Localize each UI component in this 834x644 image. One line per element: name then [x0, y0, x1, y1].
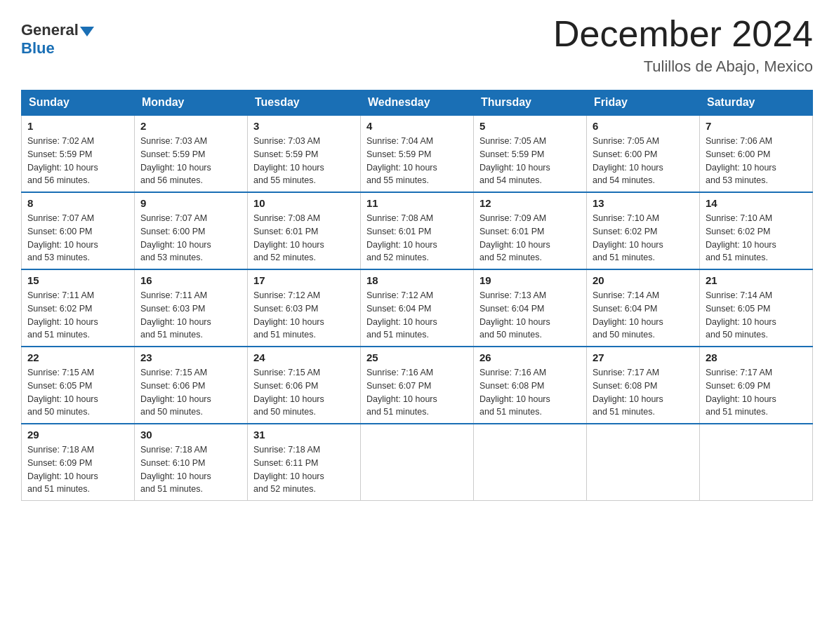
day-number: 1 [27, 120, 128, 132]
day-info: Sunrise: 7:10 AMSunset: 6:02 PMDaylight:… [593, 212, 694, 264]
day-number: 18 [366, 274, 468, 286]
calendar-cell: 19 Sunrise: 7:13 AMSunset: 6:04 PMDaylig… [474, 269, 587, 347]
month-title: December 2024 [553, 14, 813, 54]
day-info: Sunrise: 7:13 AMSunset: 6:04 PMDaylight:… [479, 289, 581, 342]
calendar-cell [587, 424, 700, 501]
day-number: 4 [366, 120, 468, 132]
day-info: Sunrise: 7:16 AMSunset: 6:08 PMDaylight:… [479, 366, 581, 419]
day-info: Sunrise: 7:03 AMSunset: 5:59 PMDaylight:… [253, 135, 355, 187]
day-number: 12 [479, 197, 581, 209]
day-info: Sunrise: 7:10 AMSunset: 6:02 PMDaylight:… [706, 212, 807, 264]
week-row-2: 8 Sunrise: 7:07 AMSunset: 6:00 PMDayligh… [22, 192, 813, 269]
title-block: December 2024 Tulillos de Abajo, Mexico [553, 14, 813, 76]
day-info: Sunrise: 7:12 AMSunset: 6:04 PMDaylight:… [366, 289, 468, 342]
day-number: 31 [253, 429, 355, 441]
calendar-cell: 16 Sunrise: 7:11 AMSunset: 6:03 PMDaylig… [135, 269, 248, 347]
day-info: Sunrise: 7:05 AMSunset: 6:00 PMDaylight:… [593, 135, 694, 187]
week-row-4: 22 Sunrise: 7:15 AMSunset: 6:05 PMDaylig… [22, 347, 813, 424]
header-tuesday: Tuesday [248, 90, 361, 116]
calendar-cell [361, 424, 474, 501]
day-number: 11 [366, 197, 468, 209]
day-number: 26 [479, 351, 581, 363]
calendar-cell: 30 Sunrise: 7:18 AMSunset: 6:10 PMDaylig… [135, 424, 248, 501]
day-number: 2 [140, 120, 241, 132]
page-header: General Blue December 2024 Tulillos de A… [21, 14, 813, 76]
week-row-5: 29 Sunrise: 7:18 AMSunset: 6:09 PMDaylig… [22, 424, 813, 501]
calendar-cell: 22 Sunrise: 7:15 AMSunset: 6:05 PMDaylig… [22, 347, 135, 424]
calendar-cell [474, 424, 587, 501]
day-info: Sunrise: 7:17 AMSunset: 6:08 PMDaylight:… [593, 366, 694, 419]
calendar-cell: 24 Sunrise: 7:15 AMSunset: 6:06 PMDaylig… [248, 347, 361, 424]
calendar-cell: 12 Sunrise: 7:09 AMSunset: 6:01 PMDaylig… [474, 192, 587, 269]
calendar-cell: 14 Sunrise: 7:10 AMSunset: 6:02 PMDaylig… [700, 192, 813, 269]
calendar-cell: 3 Sunrise: 7:03 AMSunset: 5:59 PMDayligh… [248, 115, 361, 192]
day-number: 9 [140, 197, 241, 209]
day-number: 5 [479, 120, 581, 132]
calendar-cell: 27 Sunrise: 7:17 AMSunset: 6:08 PMDaylig… [587, 347, 700, 424]
logo-arrow-icon [80, 27, 94, 36]
day-number: 10 [253, 197, 355, 209]
day-number: 21 [706, 274, 807, 286]
day-info: Sunrise: 7:12 AMSunset: 6:03 PMDaylight:… [253, 289, 355, 342]
header-saturday: Saturday [700, 90, 813, 116]
calendar-cell: 2 Sunrise: 7:03 AMSunset: 5:59 PMDayligh… [135, 115, 248, 192]
calendar-cell: 18 Sunrise: 7:12 AMSunset: 6:04 PMDaylig… [361, 269, 474, 347]
day-number: 16 [140, 274, 241, 286]
day-number: 7 [706, 120, 807, 132]
day-info: Sunrise: 7:04 AMSunset: 5:59 PMDaylight:… [366, 135, 468, 187]
location-title: Tulillos de Abajo, Mexico [553, 58, 813, 76]
calendar-cell: 8 Sunrise: 7:07 AMSunset: 6:00 PMDayligh… [22, 192, 135, 269]
day-number: 13 [593, 197, 694, 209]
day-info: Sunrise: 7:03 AMSunset: 5:59 PMDaylight:… [140, 135, 241, 187]
header-friday: Friday [587, 90, 700, 116]
calendar-cell: 5 Sunrise: 7:05 AMSunset: 5:59 PMDayligh… [474, 115, 587, 192]
calendar-cell: 11 Sunrise: 7:08 AMSunset: 6:01 PMDaylig… [361, 192, 474, 269]
day-number: 14 [706, 197, 807, 209]
header-sunday: Sunday [22, 90, 135, 116]
day-info: Sunrise: 7:14 AMSunset: 6:04 PMDaylight:… [593, 289, 694, 342]
calendar-cell: 26 Sunrise: 7:16 AMSunset: 6:08 PMDaylig… [474, 347, 587, 424]
calendar-cell: 21 Sunrise: 7:14 AMSunset: 6:05 PMDaylig… [700, 269, 813, 347]
calendar-cell: 31 Sunrise: 7:18 AMSunset: 6:11 PMDaylig… [248, 424, 361, 501]
day-info: Sunrise: 7:18 AMSunset: 6:11 PMDaylight:… [253, 443, 355, 496]
day-info: Sunrise: 7:08 AMSunset: 6:01 PMDaylight:… [253, 212, 355, 264]
day-number: 19 [479, 274, 581, 286]
day-number: 22 [27, 351, 128, 363]
day-number: 27 [593, 351, 694, 363]
day-number: 23 [140, 351, 241, 363]
calendar-cell: 15 Sunrise: 7:11 AMSunset: 6:02 PMDaylig… [22, 269, 135, 347]
logo-general-text: General [21, 21, 79, 39]
week-row-1: 1 Sunrise: 7:02 AMSunset: 5:59 PMDayligh… [22, 115, 813, 192]
day-info: Sunrise: 7:18 AMSunset: 6:10 PMDaylight:… [140, 443, 241, 496]
calendar-cell: 7 Sunrise: 7:06 AMSunset: 6:00 PMDayligh… [700, 115, 813, 192]
weekday-header-row: Sunday Monday Tuesday Wednesday Thursday… [22, 90, 813, 116]
calendar-cell: 6 Sunrise: 7:05 AMSunset: 6:00 PMDayligh… [587, 115, 700, 192]
calendar-cell: 17 Sunrise: 7:12 AMSunset: 6:03 PMDaylig… [248, 269, 361, 347]
day-info: Sunrise: 7:06 AMSunset: 6:00 PMDaylight:… [706, 135, 807, 187]
day-number: 24 [253, 351, 355, 363]
calendar-cell: 28 Sunrise: 7:17 AMSunset: 6:09 PMDaylig… [700, 347, 813, 424]
week-row-3: 15 Sunrise: 7:11 AMSunset: 6:02 PMDaylig… [22, 269, 813, 347]
calendar-cell: 29 Sunrise: 7:18 AMSunset: 6:09 PMDaylig… [22, 424, 135, 501]
day-number: 20 [593, 274, 694, 286]
calendar-cell: 1 Sunrise: 7:02 AMSunset: 5:59 PMDayligh… [22, 115, 135, 192]
calendar-cell: 13 Sunrise: 7:10 AMSunset: 6:02 PMDaylig… [587, 192, 700, 269]
day-info: Sunrise: 7:18 AMSunset: 6:09 PMDaylight:… [27, 443, 128, 496]
calendar-cell: 10 Sunrise: 7:08 AMSunset: 6:01 PMDaylig… [248, 192, 361, 269]
day-info: Sunrise: 7:02 AMSunset: 5:59 PMDaylight:… [27, 135, 128, 187]
calendar-cell [700, 424, 813, 501]
header-monday: Monday [135, 90, 248, 116]
calendar-cell: 23 Sunrise: 7:15 AMSunset: 6:06 PMDaylig… [135, 347, 248, 424]
day-number: 6 [593, 120, 694, 132]
calendar-cell: 4 Sunrise: 7:04 AMSunset: 5:59 PMDayligh… [361, 115, 474, 192]
day-number: 8 [27, 197, 128, 209]
logo: General Blue [21, 21, 94, 58]
day-info: Sunrise: 7:11 AMSunset: 6:03 PMDaylight:… [140, 289, 241, 342]
day-info: Sunrise: 7:15 AMSunset: 6:06 PMDaylight:… [140, 366, 241, 419]
day-number: 30 [140, 429, 241, 441]
day-info: Sunrise: 7:15 AMSunset: 6:05 PMDaylight:… [27, 366, 128, 419]
day-info: Sunrise: 7:11 AMSunset: 6:02 PMDaylight:… [27, 289, 128, 342]
calendar-cell: 9 Sunrise: 7:07 AMSunset: 6:00 PMDayligh… [135, 192, 248, 269]
calendar-cell: 25 Sunrise: 7:16 AMSunset: 6:07 PMDaylig… [361, 347, 474, 424]
day-number: 15 [27, 274, 128, 286]
